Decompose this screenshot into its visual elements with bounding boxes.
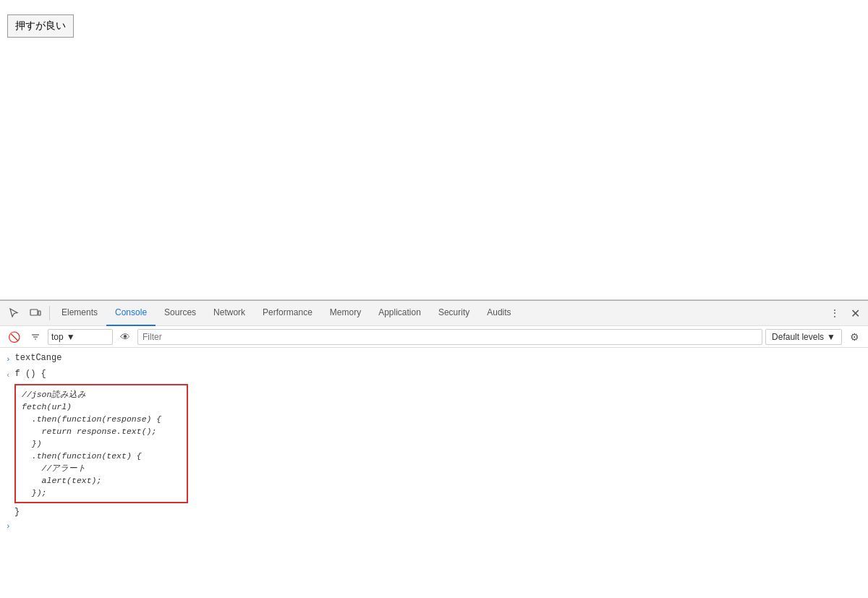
console-filter-input[interactable] [137, 329, 762, 345]
devtools-panel: Elements Console Sources Network Perform… [0, 300, 868, 598]
console-toolbar: 🚫 top ▼ 👁 Default levels ▼ ⚙ [0, 326, 868, 348]
console-output: › textCange ‹ f () { //json読み込み fetch(ur… [0, 348, 868, 598]
code-line-7: //アラート [22, 462, 181, 474]
svg-rect-0 [30, 309, 38, 315]
context-selector[interactable]: top ▼ [48, 329, 113, 345]
eye-icon-button[interactable]: 👁 [116, 328, 135, 346]
console-prompt-line[interactable]: › [0, 519, 868, 534]
code-line-1: //json読み込み [22, 388, 181, 401]
console-line-2: ‹ f () { [0, 367, 868, 383]
more-tabs-button[interactable]: ⋮ [825, 301, 845, 326]
clear-console-button[interactable]: 🚫 [4, 328, 23, 346]
tab-security[interactable]: Security [430, 301, 478, 326]
default-levels-button[interactable]: Default levels ▼ [765, 329, 842, 345]
console-closing-brace: } [0, 505, 868, 519]
console-text-2: f () { [15, 367, 862, 380]
device-toolbar-icon[interactable] [25, 301, 46, 326]
svg-rect-1 [38, 311, 41, 315]
devtools-tab-bar: Elements Console Sources Network Perform… [0, 301, 868, 326]
code-line-4: return response.text(); [22, 425, 181, 437]
console-text-1: textCange [15, 351, 862, 364]
console-line-1: › textCange [0, 351, 868, 367]
code-line-8: alert(text); [22, 474, 181, 487]
filter-toggle-button[interactable] [26, 328, 45, 346]
tab-audits[interactable]: Audits [478, 301, 519, 326]
inspect-element-icon[interactable] [3, 301, 25, 326]
close-devtools-button[interactable]: ✕ [845, 301, 865, 326]
tab-application[interactable]: Application [370, 301, 430, 326]
tab-console[interactable]: Console [106, 301, 156, 326]
page-area: 押すが良い [0, 0, 868, 300]
tab-elements[interactable]: Elements [53, 301, 106, 326]
tab-sources[interactable]: Sources [156, 301, 205, 326]
result-arrow-2: ‹ [6, 369, 11, 382]
code-line-2: fetch(url) [22, 401, 181, 413]
tab-performance[interactable]: Performance [254, 301, 321, 326]
tab-network[interactable]: Network [205, 301, 254, 326]
console-code-block: //json読み込み fetch(url) .then(function(res… [14, 384, 188, 503]
page-button[interactable]: 押すが良い [7, 14, 74, 38]
code-line-9: }); [22, 487, 181, 499]
prompt-arrow-main: › [6, 520, 11, 533]
toolbar-separator-1 [49, 306, 50, 320]
tab-memory[interactable]: Memory [321, 301, 370, 326]
console-settings-button[interactable]: ⚙ [845, 328, 864, 346]
code-line-6: .then(function(text) { [22, 450, 181, 462]
prompt-arrow-1: › [6, 353, 11, 366]
code-line-3: .then(function(response) { [22, 413, 181, 425]
code-line-5: }) [22, 437, 181, 450]
